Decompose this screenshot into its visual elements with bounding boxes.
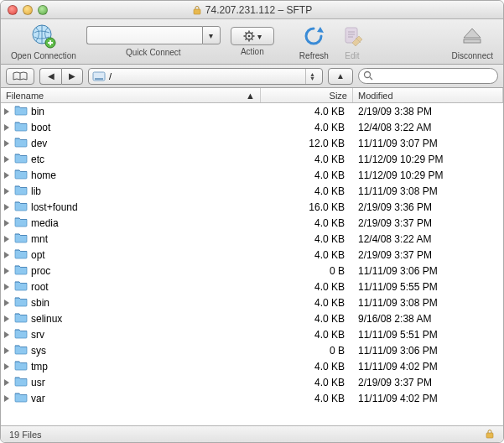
disclosure-triangle-icon[interactable]	[4, 236, 9, 242]
table-row[interactable]: opt4.0 KB2/19/09 3:37 PM	[1, 247, 503, 263]
search-input[interactable]	[358, 68, 498, 84]
disclosure-triangle-icon[interactable]	[4, 331, 9, 338]
edit-label: Edit	[345, 51, 359, 60]
globe-plus-icon	[30, 23, 57, 50]
zoom-window-button[interactable]	[38, 5, 48, 15]
filename-text: selinux	[31, 313, 62, 325]
table-row[interactable]: sbin4.0 KB11/11/09 3:08 PM	[1, 294, 503, 310]
table-row[interactable]: tmp4.0 KB11/11/09 4:02 PM	[1, 358, 503, 374]
table-row[interactable]: lost+found16.0 KB2/19/09 3:36 PM	[1, 199, 503, 215]
forward-button[interactable]: ▶	[61, 68, 83, 85]
bookmarks-button[interactable]	[6, 68, 34, 85]
disclosure-triangle-icon[interactable]	[4, 124, 9, 131]
column-header-filename[interactable]: Filename ▲	[1, 88, 261, 102]
quick-connect-dropdown[interactable]: ▾	[202, 26, 221, 44]
column-header-modified[interactable]: Modified	[353, 88, 503, 102]
disclosure-triangle-icon[interactable]	[4, 172, 9, 179]
table-row[interactable]: dev12.0 KB11/11/09 3:07 PM	[1, 135, 503, 151]
cell-size: 4.0 KB	[261, 217, 353, 229]
cell-filename: usr	[1, 375, 261, 389]
disclosure-triangle-icon[interactable]	[4, 300, 9, 306]
table-row[interactable]: proc0 B11/11/09 3:06 PM	[1, 263, 503, 279]
table-row[interactable]: sys0 B11/11/09 3:06 PM	[1, 342, 503, 358]
action-menu[interactable]: ▾ Action	[231, 27, 274, 56]
filename-text: tmp	[31, 361, 48, 373]
svg-rect-19	[95, 78, 103, 80]
back-button[interactable]: ◀	[39, 68, 61, 85]
disclosure-triangle-icon[interactable]	[4, 108, 9, 115]
cell-size: 0 B	[261, 265, 353, 277]
cell-modified: 2/19/09 3:37 PM	[353, 217, 503, 229]
cell-filename: sys	[1, 343, 261, 357]
cell-modified: 2/19/09 3:37 PM	[353, 377, 503, 388]
disclosure-triangle-icon[interactable]	[4, 315, 9, 322]
close-window-button[interactable]	[8, 5, 18, 15]
cell-modified: 11/11/09 3:08 PM	[353, 297, 503, 309]
table-row[interactable]: bin4.0 KB2/19/09 3:38 PM	[1, 103, 503, 119]
cell-filename: sbin	[1, 295, 261, 310]
cell-modified: 12/4/08 3:22 AM	[353, 233, 503, 245]
minimize-window-button[interactable]	[23, 5, 33, 15]
table-row[interactable]: mnt4.0 KB12/4/08 3:22 AM	[1, 231, 503, 247]
column-header-size[interactable]: Size	[261, 88, 353, 102]
disclosure-triangle-icon[interactable]	[4, 204, 9, 211]
svg-marker-15	[464, 29, 481, 38]
disconnect-button[interactable]: Disconnect	[452, 23, 493, 60]
disclosure-triangle-icon[interactable]	[4, 140, 9, 147]
svg-line-11	[252, 33, 252, 34]
disclosure-triangle-icon[interactable]	[4, 268, 9, 274]
cell-size: 4.0 KB	[261, 377, 353, 388]
table-row[interactable]: lib4.0 KB11/11/09 3:08 PM	[1, 183, 503, 199]
cell-size: 4.0 KB	[261, 281, 353, 293]
action-button[interactable]: ▾	[231, 27, 274, 45]
disclosure-triangle-icon[interactable]	[4, 156, 9, 163]
folder-icon	[14, 120, 28, 134]
disclosure-triangle-icon[interactable]	[4, 188, 9, 195]
cell-modified: 11/11/09 4:02 PM	[353, 361, 503, 373]
edit-button[interactable]: Edit	[339, 23, 366, 60]
folder-icon	[14, 391, 28, 405]
up-button[interactable]: ▲	[328, 68, 353, 85]
cell-size: 0 B	[261, 345, 353, 357]
titlebar: 74.207.231.112 – SFTP	[1, 1, 503, 19]
cell-size: 4.0 KB	[261, 297, 353, 309]
table-row[interactable]: usr4.0 KB2/19/09 3:37 PM	[1, 374, 503, 390]
cell-modified: 11/11/09 3:06 PM	[353, 265, 503, 277]
disclosure-triangle-icon[interactable]	[4, 220, 9, 227]
disclosure-triangle-icon[interactable]	[4, 347, 9, 354]
edit-icon	[339, 23, 366, 50]
table-row[interactable]: boot4.0 KB12/4/08 3:22 AM	[1, 119, 503, 135]
path-select[interactable]: / ▲▼	[88, 68, 323, 85]
cell-modified: 11/11/09 3:07 PM	[353, 138, 503, 149]
folder-icon	[14, 295, 28, 310]
filename-text: srv	[31, 329, 44, 341]
table-row[interactable]: etc4.0 KB11/12/09 10:29 PM	[1, 151, 503, 167]
disconnect-label: Disconnect	[452, 51, 493, 60]
quick-connect-field[interactable]	[86, 26, 202, 44]
window-title-text: 74.207.231.112 – SFTP	[205, 4, 312, 16]
eject-icon	[459, 23, 486, 50]
refresh-button[interactable]: Refresh	[299, 23, 329, 60]
filename-text: boot	[31, 122, 50, 133]
svg-marker-13	[317, 27, 324, 33]
table-row[interactable]: home4.0 KB11/12/09 10:29 PM	[1, 167, 503, 183]
svg-rect-16	[464, 39, 481, 43]
cell-filename: selinux	[1, 311, 261, 326]
table-row[interactable]: srv4.0 KB11/11/09 5:51 PM	[1, 326, 503, 342]
file-list[interactable]: bin4.0 KB2/19/09 3:38 PMboot4.0 KB12/4/0…	[1, 103, 503, 427]
action-label: Action	[241, 47, 264, 56]
folder-icon	[14, 216, 28, 230]
table-row[interactable]: selinux4.0 KB9/16/08 2:38 AM	[1, 310, 503, 326]
disclosure-triangle-icon[interactable]	[4, 284, 9, 290]
disclosure-triangle-icon[interactable]	[4, 395, 9, 402]
filename-text: bin	[31, 106, 44, 117]
open-connection-button[interactable]: Open Connection	[11, 23, 76, 60]
disclosure-triangle-icon[interactable]	[4, 379, 9, 386]
folder-icon	[14, 104, 28, 118]
table-row[interactable]: root4.0 KB11/11/09 5:55 PM	[1, 279, 503, 294]
disclosure-triangle-icon[interactable]	[4, 252, 9, 258]
table-row[interactable]: var4.0 KB11/11/09 4:02 PM	[1, 390, 503, 406]
disclosure-triangle-icon[interactable]	[4, 363, 9, 370]
cell-size: 4.0 KB	[261, 361, 353, 373]
table-row[interactable]: media4.0 KB2/19/09 3:37 PM	[1, 215, 503, 231]
